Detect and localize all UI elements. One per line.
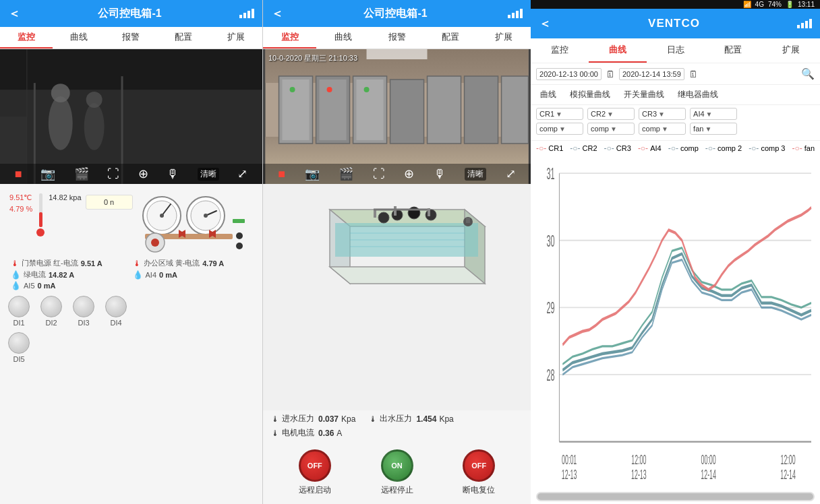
panel3-date-from[interactable]: 2020-12-13 00:00 xyxy=(536,68,602,80)
panel3-search-btn[interactable]: 🔍 xyxy=(801,67,815,80)
svg-rect-61 xyxy=(394,206,397,216)
panel3-curve-tab2[interactable]: 模拟量曲线 xyxy=(566,88,614,102)
panel1-tab-monitor[interactable]: 监控 xyxy=(0,27,53,49)
panel3-sel-cr2-arrow: ▼ xyxy=(607,111,614,118)
panel2-stop-btn[interactable]: ON 远程停止 xyxy=(381,449,413,496)
panel1-tab-alarm[interactable]: 报警 xyxy=(105,27,158,49)
panel1-photo-btn[interactable]: 📷 xyxy=(40,166,55,181)
panel2-mic-btn[interactable]: 🎙 xyxy=(434,167,446,181)
panel2-tab-monitor[interactable]: 监控 xyxy=(263,27,316,49)
panel3-calendar-icon2[interactable]: 🗓 xyxy=(689,69,698,80)
panel1-gauges-svg xyxy=(138,192,253,253)
panel1-di3[interactable]: DI3 xyxy=(73,296,94,327)
panel3-chart-svg: 31 30 29 28 00:01 12-13 12:00 12-13 00:0… xyxy=(536,158,815,486)
panel2-back-btn[interactable]: ＜ xyxy=(271,5,283,22)
panel1-tab-extend[interactable]: 扩展 xyxy=(210,27,262,49)
panel2-zoom-btn[interactable]: ⛶ xyxy=(373,167,385,181)
panel3-date-to[interactable]: 2020-12-14 13:59 xyxy=(619,68,684,80)
panel1-tab-curve[interactable]: 曲线 xyxy=(53,27,105,49)
panel1-back-btn[interactable]: ＜ xyxy=(8,5,20,22)
svg-text:12:00: 12:00 xyxy=(781,452,796,467)
panel2-fullscreen-btn[interactable]: ⤢ xyxy=(506,166,516,181)
panel3-sel-ai4-arrow: ▼ xyxy=(706,111,713,118)
panel3-sel-comp3[interactable]: comp ▼ xyxy=(639,123,686,135)
panel2-video-btn[interactable]: 🎬 xyxy=(339,166,353,181)
panel3-curve-tab3[interactable]: 开关量曲线 xyxy=(620,88,668,102)
panel3-legend-comp-icon: -○- xyxy=(668,144,678,153)
panel1-thermo-icon-2: 🌡 xyxy=(133,259,141,268)
panel3-sel-comp2[interactable]: comp ▼ xyxy=(587,123,635,135)
panel1-drop-icon-3: 💧 xyxy=(11,270,21,280)
panel1-di2[interactable]: DI2 xyxy=(40,296,62,327)
panel3-scrollbar-thumb[interactable] xyxy=(537,493,813,500)
panel3-tab-curve[interactable]: 曲线 xyxy=(589,38,647,63)
svg-point-28 xyxy=(236,232,243,239)
panel3-signal-icon xyxy=(797,19,812,28)
panel3-sel-cr2[interactable]: CR2 ▼ xyxy=(587,108,635,120)
panel2-start-btn[interactable]: OFF 远程启动 xyxy=(299,449,331,496)
panel1-zoom-btn[interactable]: ⛶ xyxy=(107,167,119,181)
panel-2: ＜ 公司控电箱-1 监控 曲线 报警 配置 扩展 xyxy=(263,0,531,504)
panel1-di3-label: DI3 xyxy=(78,319,89,327)
panel3-tab-extend[interactable]: 扩展 xyxy=(762,38,820,63)
panel2-tab-alarm[interactable]: 报警 xyxy=(370,27,423,49)
panel1-di4-circle xyxy=(105,296,127,317)
panel1-plus-btn[interactable]: ⊕ xyxy=(138,166,148,181)
panel2-plus-btn[interactable]: ⊕ xyxy=(404,166,414,181)
panel1-di4[interactable]: DI4 xyxy=(105,296,127,327)
svg-point-45 xyxy=(327,87,332,92)
panel3-sel-fan[interactable]: fan ▼ xyxy=(690,123,737,135)
panel3-sel-ai4[interactable]: AI4 ▼ xyxy=(690,108,737,120)
panel3-curve-tab1[interactable]: 曲线 xyxy=(536,88,560,102)
panel3-sel-cr3[interactable]: CR3 ▼ xyxy=(639,108,686,120)
panel3-tab-log[interactable]: 日志 xyxy=(647,38,705,63)
svg-rect-11 xyxy=(39,212,42,227)
panel1-di2-circle xyxy=(40,296,62,317)
panel1-val-3: 14.82 A xyxy=(49,271,74,279)
panel3-curve-tab4[interactable]: 继电器曲线 xyxy=(674,88,722,102)
panel2-record-btn[interactable]: ■ xyxy=(278,167,285,181)
svg-text:29: 29 xyxy=(547,298,555,317)
panel3-sel-comp3-label: comp xyxy=(642,125,660,133)
panel3-tab-monitor[interactable]: 监控 xyxy=(531,38,589,63)
panel2-tab-curve[interactable]: 曲线 xyxy=(316,27,370,49)
panel2-quality-label[interactable]: 清晰 xyxy=(465,168,486,181)
panel3-back-btn[interactable]: ＜ xyxy=(539,15,551,32)
panel3-calendar-icon1[interactable]: 🗓 xyxy=(606,69,615,80)
panel1-di5[interactable]: DI5 xyxy=(8,332,30,363)
svg-rect-37 xyxy=(320,80,347,140)
panel2-photo-btn[interactable]: 📷 xyxy=(305,166,320,181)
panel3-sel-comp2-arrow: ▼ xyxy=(610,125,617,133)
svg-point-46 xyxy=(364,87,370,92)
panel3-date-row: 2020-12-13 00:00 🗓 2020-12-14 13:59 🗓 🔍 xyxy=(531,63,820,85)
panel1-di1[interactable]: DI1 xyxy=(8,296,30,327)
panel3-legend-comp2-label: comp 2 xyxy=(718,144,742,152)
panel1-tab-config[interactable]: 配置 xyxy=(157,27,210,49)
panel1-mic-btn[interactable]: 🎙 xyxy=(167,167,179,181)
panel1-fullscreen-btn[interactable]: ⤢ xyxy=(237,166,247,181)
panel2-outlet-icon: 🌡 xyxy=(369,414,377,424)
panel3-sel-comp1[interactable]: comp ▼ xyxy=(536,123,583,135)
panel1-record-btn[interactable]: ■ xyxy=(15,167,22,181)
svg-text:30: 30 xyxy=(547,232,555,250)
panel1-reading-4: 💧 AI4 0 mA xyxy=(133,270,252,280)
panel3-sel-cr1[interactable]: CR1 ▼ xyxy=(536,108,583,120)
panel3-sel-ai4-label: AI4 xyxy=(693,110,705,118)
panel2-stop-state: ON xyxy=(391,462,403,470)
panel1-temp-val: 9.51℃ xyxy=(9,192,32,203)
svg-text:12-13: 12-13 xyxy=(562,467,577,482)
panel2-reset-btn[interactable]: OFF 断电复位 xyxy=(463,449,495,496)
panel2-tab-config[interactable]: 配置 xyxy=(423,27,477,49)
panel3-scrollbar[interactable] xyxy=(536,492,815,501)
panel3-legend-cr3-icon: -○- xyxy=(604,144,614,153)
panel2-tab-extend[interactable]: 扩展 xyxy=(477,27,531,49)
panel1-video-btn[interactable]: 🎬 xyxy=(74,166,89,181)
svg-text:12:00: 12:00 xyxy=(631,452,646,467)
panel3-legend-ai4: -○- AI4 xyxy=(638,144,662,153)
panel3-header: ＜ VENTCO xyxy=(531,9,820,38)
panel1-quality-label[interactable]: 清晰 xyxy=(198,168,219,181)
panel3-tab-config[interactable]: 配置 xyxy=(704,38,762,63)
svg-point-56 xyxy=(378,212,389,223)
panel2-outlet-unit: Kpa xyxy=(439,414,453,424)
panel2-camera: 10-0-2020 星期三 21:10:33 ■ 📷 🎬 ⛶ ⊕ 🎙 清晰 ⤢ xyxy=(263,49,531,184)
